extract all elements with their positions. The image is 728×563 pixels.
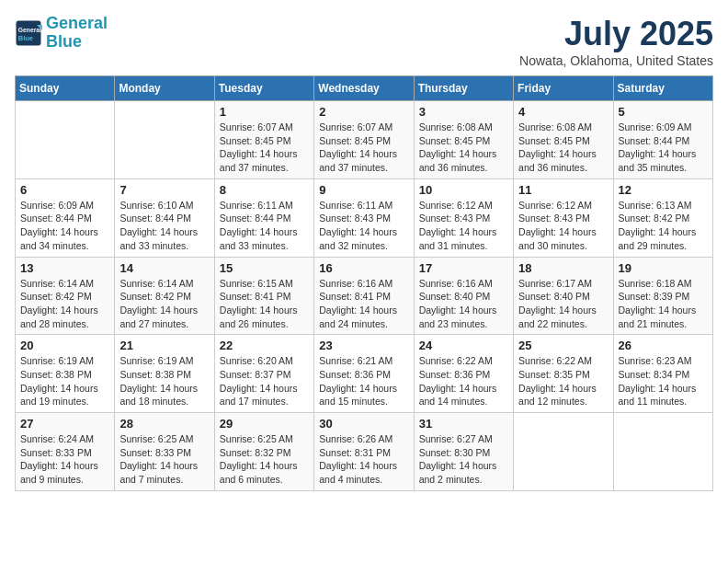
calendar-cell: 21Sunrise: 6:19 AM Sunset: 8:38 PM Dayli… [115, 335, 214, 413]
day-info: Sunrise: 6:08 AM Sunset: 8:45 PM Dayligh… [419, 121, 508, 175]
day-number: 25 [518, 339, 608, 352]
day-info: Sunrise: 6:09 AM Sunset: 8:44 PM Dayligh… [619, 121, 708, 175]
day-number: 16 [319, 261, 408, 275]
day-info: Sunrise: 6:16 AM Sunset: 8:40 PM Dayligh… [419, 277, 508, 331]
day-info: Sunrise: 6:13 AM Sunset: 8:42 PM Dayligh… [619, 199, 708, 253]
calendar-cell: 3Sunrise: 6:08 AM Sunset: 8:45 PM Daylig… [414, 101, 513, 179]
week-row-4: 20Sunrise: 6:19 AM Sunset: 8:38 PM Dayli… [16, 335, 713, 413]
day-number: 2 [319, 105, 408, 119]
calendar-cell: 10Sunrise: 6:12 AM Sunset: 8:43 PM Dayli… [414, 178, 513, 257]
day-info: Sunrise: 6:21 AM Sunset: 8:36 PM Dayligh… [319, 354, 408, 408]
day-info: Sunrise: 6:14 AM Sunset: 8:42 PM Dayligh… [119, 277, 209, 331]
logo-text: GeneralBlue [46, 15, 108, 52]
day-header-thursday: Thursday [414, 76, 513, 101]
day-number: 11 [518, 183, 608, 197]
day-number: 12 [619, 183, 708, 197]
day-info: Sunrise: 6:16 AM Sunset: 8:41 PM Dayligh… [319, 277, 408, 331]
day-number: 24 [419, 339, 508, 352]
calendar-cell: 24Sunrise: 6:22 AM Sunset: 8:36 PM Dayli… [414, 335, 513, 413]
day-number: 8 [220, 183, 309, 197]
day-number: 9 [319, 183, 408, 197]
calendar-cell: 12Sunrise: 6:13 AM Sunset: 8:42 PM Dayli… [613, 178, 712, 257]
day-number: 7 [119, 183, 209, 197]
calendar-body: 1Sunrise: 6:07 AM Sunset: 8:45 PM Daylig… [16, 101, 713, 491]
calendar-cell: 18Sunrise: 6:17 AM Sunset: 8:40 PM Dayli… [514, 257, 613, 335]
day-number: 28 [119, 417, 209, 431]
calendar-cell: 26Sunrise: 6:23 AM Sunset: 8:34 PM Dayli… [613, 335, 712, 413]
day-number: 26 [619, 339, 708, 352]
calendar-cell: 9Sunrise: 6:11 AM Sunset: 8:43 PM Daylig… [314, 178, 414, 257]
day-info: Sunrise: 6:07 AM Sunset: 8:45 PM Dayligh… [220, 121, 309, 175]
day-number: 29 [220, 417, 309, 431]
day-number: 21 [119, 339, 209, 352]
calendar-cell: 28Sunrise: 6:25 AM Sunset: 8:33 PM Dayli… [115, 413, 214, 491]
day-header-wednesday: Wednesday [314, 76, 414, 101]
calendar-cell: 19Sunrise: 6:18 AM Sunset: 8:39 PM Dayli… [613, 257, 712, 335]
day-number: 20 [20, 339, 109, 352]
calendar-cell: 16Sunrise: 6:16 AM Sunset: 8:41 PM Dayli… [314, 257, 414, 335]
day-info: Sunrise: 6:09 AM Sunset: 8:44 PM Dayligh… [20, 199, 109, 253]
calendar-cell: 5Sunrise: 6:09 AM Sunset: 8:44 PM Daylig… [613, 101, 712, 179]
calendar-cell [514, 413, 613, 491]
calendar-cell: 25Sunrise: 6:22 AM Sunset: 8:35 PM Dayli… [514, 335, 613, 413]
day-info: Sunrise: 6:08 AM Sunset: 8:45 PM Dayligh… [518, 121, 608, 175]
calendar-cell: 6Sunrise: 6:09 AM Sunset: 8:44 PM Daylig… [16, 178, 115, 257]
day-info: Sunrise: 6:20 AM Sunset: 8:37 PM Dayligh… [220, 354, 309, 408]
calendar-cell [613, 413, 712, 491]
week-row-1: 1Sunrise: 6:07 AM Sunset: 8:45 PM Daylig… [16, 101, 713, 179]
calendar-cell: 29Sunrise: 6:25 AM Sunset: 8:32 PM Dayli… [214, 413, 313, 491]
day-number: 18 [518, 261, 608, 275]
day-info: Sunrise: 6:15 AM Sunset: 8:41 PM Dayligh… [220, 277, 309, 331]
day-number: 13 [20, 261, 109, 275]
logo: General Blue GeneralBlue [15, 15, 108, 52]
calendar-cell: 11Sunrise: 6:12 AM Sunset: 8:43 PM Dayli… [514, 178, 613, 257]
calendar-cell: 27Sunrise: 6:24 AM Sunset: 8:33 PM Dayli… [16, 413, 115, 491]
calendar-cell: 15Sunrise: 6:15 AM Sunset: 8:41 PM Dayli… [214, 257, 313, 335]
day-number: 1 [220, 105, 309, 119]
calendar-cell: 7Sunrise: 6:10 AM Sunset: 8:44 PM Daylig… [115, 178, 214, 257]
day-info: Sunrise: 6:14 AM Sunset: 8:42 PM Dayligh… [20, 277, 109, 331]
day-number: 6 [20, 183, 109, 197]
calendar-header-row: SundayMondayTuesdayWednesdayThursdayFrid… [16, 76, 713, 101]
calendar-cell [16, 101, 115, 179]
day-info: Sunrise: 6:23 AM Sunset: 8:34 PM Dayligh… [619, 354, 708, 408]
day-info: Sunrise: 6:24 AM Sunset: 8:33 PM Dayligh… [20, 432, 109, 487]
calendar-cell: 17Sunrise: 6:16 AM Sunset: 8:40 PM Dayli… [414, 257, 513, 335]
day-info: Sunrise: 6:27 AM Sunset: 8:30 PM Dayligh… [419, 432, 508, 487]
logo-icon: General Blue [15, 19, 42, 47]
day-number: 5 [619, 105, 708, 119]
day-info: Sunrise: 6:07 AM Sunset: 8:45 PM Dayligh… [319, 121, 408, 175]
calendar-cell: 14Sunrise: 6:14 AM Sunset: 8:42 PM Dayli… [115, 257, 214, 335]
calendar-cell: 20Sunrise: 6:19 AM Sunset: 8:38 PM Dayli… [16, 335, 115, 413]
calendar-cell: 2Sunrise: 6:07 AM Sunset: 8:45 PM Daylig… [314, 101, 414, 179]
day-header-tuesday: Tuesday [214, 76, 313, 101]
day-info: Sunrise: 6:22 AM Sunset: 8:35 PM Dayligh… [518, 354, 608, 408]
day-info: Sunrise: 6:17 AM Sunset: 8:40 PM Dayligh… [518, 277, 608, 331]
month-title: July 2025 [519, 15, 713, 53]
day-header-friday: Friday [514, 76, 613, 101]
calendar-cell: 23Sunrise: 6:21 AM Sunset: 8:36 PM Dayli… [314, 335, 414, 413]
day-info: Sunrise: 6:12 AM Sunset: 8:43 PM Dayligh… [518, 199, 608, 253]
day-info: Sunrise: 6:11 AM Sunset: 8:43 PM Dayligh… [319, 199, 408, 253]
calendar-cell: 30Sunrise: 6:26 AM Sunset: 8:31 PM Dayli… [314, 413, 414, 491]
week-row-2: 6Sunrise: 6:09 AM Sunset: 8:44 PM Daylig… [16, 178, 713, 257]
day-header-monday: Monday [115, 76, 214, 101]
day-header-sunday: Sunday [16, 76, 115, 101]
day-info: Sunrise: 6:22 AM Sunset: 8:36 PM Dayligh… [419, 354, 508, 408]
day-info: Sunrise: 6:12 AM Sunset: 8:43 PM Dayligh… [419, 199, 508, 253]
page-header: General Blue GeneralBlue July 2025 Nowat… [15, 15, 713, 68]
calendar-table: SundayMondayTuesdayWednesdayThursdayFrid… [15, 75, 713, 491]
day-info: Sunrise: 6:25 AM Sunset: 8:32 PM Dayligh… [220, 432, 309, 487]
calendar-cell [115, 101, 214, 179]
day-number: 15 [220, 261, 309, 275]
calendar-cell: 31Sunrise: 6:27 AM Sunset: 8:30 PM Dayli… [414, 413, 513, 491]
day-info: Sunrise: 6:26 AM Sunset: 8:31 PM Dayligh… [319, 432, 408, 487]
day-info: Sunrise: 6:25 AM Sunset: 8:33 PM Dayligh… [119, 432, 209, 487]
day-info: Sunrise: 6:10 AM Sunset: 8:44 PM Dayligh… [119, 199, 209, 253]
day-info: Sunrise: 6:18 AM Sunset: 8:39 PM Dayligh… [619, 277, 708, 331]
calendar-cell: 4Sunrise: 6:08 AM Sunset: 8:45 PM Daylig… [514, 101, 613, 179]
calendar-cell: 1Sunrise: 6:07 AM Sunset: 8:45 PM Daylig… [214, 101, 313, 179]
day-number: 27 [20, 417, 109, 431]
day-info: Sunrise: 6:19 AM Sunset: 8:38 PM Dayligh… [20, 354, 109, 408]
week-row-5: 27Sunrise: 6:24 AM Sunset: 8:33 PM Dayli… [16, 413, 713, 491]
